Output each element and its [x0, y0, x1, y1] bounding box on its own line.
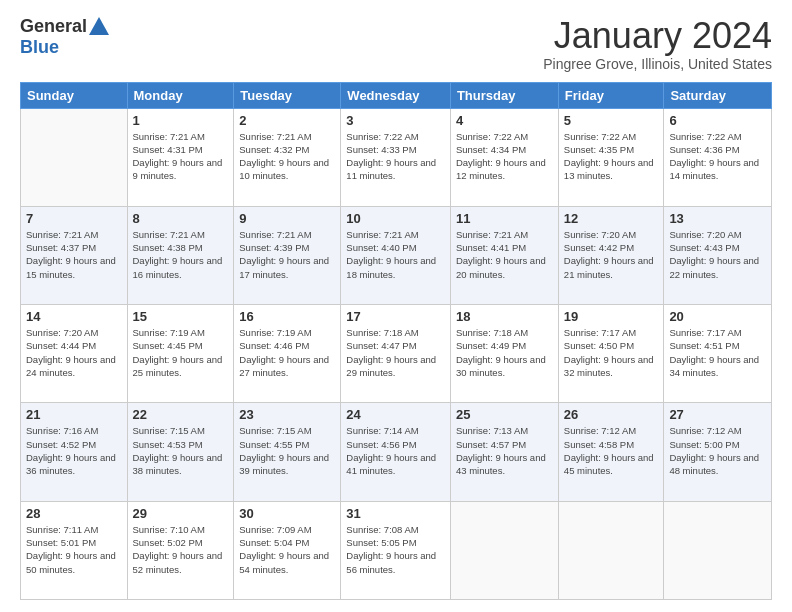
day-number: 1 — [133, 113, 229, 128]
day-number: 10 — [346, 211, 445, 226]
sunset-text: Sunset: 4:50 PM — [564, 340, 634, 351]
header-thursday: Thursday — [450, 82, 558, 108]
day-number: 14 — [26, 309, 122, 324]
sunrise-text: Sunrise: 7:22 AM — [456, 131, 528, 142]
day-info: Sunrise: 7:21 AM Sunset: 4:37 PM Dayligh… — [26, 228, 122, 281]
sunrise-text: Sunrise: 7:21 AM — [456, 229, 528, 240]
day-info: Sunrise: 7:21 AM Sunset: 4:39 PM Dayligh… — [239, 228, 335, 281]
sunset-text: Sunset: 4:41 PM — [456, 242, 526, 253]
table-row: 20 Sunrise: 7:17 AM Sunset: 4:51 PM Dayl… — [664, 305, 772, 403]
table-row: 2 Sunrise: 7:21 AM Sunset: 4:32 PM Dayli… — [234, 108, 341, 206]
day-info: Sunrise: 7:22 AM Sunset: 4:35 PM Dayligh… — [564, 130, 659, 183]
table-row: 17 Sunrise: 7:18 AM Sunset: 4:47 PM Dayl… — [341, 305, 451, 403]
day-info: Sunrise: 7:21 AM Sunset: 4:40 PM Dayligh… — [346, 228, 445, 281]
sunrise-text: Sunrise: 7:13 AM — [456, 425, 528, 436]
day-info: Sunrise: 7:21 AM Sunset: 4:31 PM Dayligh… — [133, 130, 229, 183]
sunset-text: Sunset: 4:42 PM — [564, 242, 634, 253]
header-sunday: Sunday — [21, 82, 128, 108]
table-row: 7 Sunrise: 7:21 AM Sunset: 4:37 PM Dayli… — [21, 206, 128, 304]
table-row — [558, 501, 664, 599]
day-info: Sunrise: 7:22 AM Sunset: 4:33 PM Dayligh… — [346, 130, 445, 183]
sunrise-text: Sunrise: 7:21 AM — [239, 229, 311, 240]
table-row: 26 Sunrise: 7:12 AM Sunset: 4:58 PM Dayl… — [558, 403, 664, 501]
day-number: 20 — [669, 309, 766, 324]
table-row: 8 Sunrise: 7:21 AM Sunset: 4:38 PM Dayli… — [127, 206, 234, 304]
day-info: Sunrise: 7:21 AM Sunset: 4:41 PM Dayligh… — [456, 228, 553, 281]
day-info: Sunrise: 7:08 AM Sunset: 5:05 PM Dayligh… — [346, 523, 445, 576]
calendar-week-row: 28 Sunrise: 7:11 AM Sunset: 5:01 PM Dayl… — [21, 501, 772, 599]
sunset-text: Sunset: 4:38 PM — [133, 242, 203, 253]
sunset-text: Sunset: 4:44 PM — [26, 340, 96, 351]
table-row: 11 Sunrise: 7:21 AM Sunset: 4:41 PM Dayl… — [450, 206, 558, 304]
day-info: Sunrise: 7:20 AM Sunset: 4:42 PM Dayligh… — [564, 228, 659, 281]
logo-general: General — [20, 16, 87, 37]
sunset-text: Sunset: 4:53 PM — [133, 439, 203, 450]
day-info: Sunrise: 7:17 AM Sunset: 4:50 PM Dayligh… — [564, 326, 659, 379]
calendar-week-row: 14 Sunrise: 7:20 AM Sunset: 4:44 PM Dayl… — [21, 305, 772, 403]
sunset-text: Sunset: 4:47 PM — [346, 340, 416, 351]
page: General Blue January 2024 Pingree Grove,… — [0, 0, 792, 612]
day-info: Sunrise: 7:16 AM Sunset: 4:52 PM Dayligh… — [26, 424, 122, 477]
day-info: Sunrise: 7:12 AM Sunset: 4:58 PM Dayligh… — [564, 424, 659, 477]
daylight-text: Daylight: 9 hours and 17 minutes. — [239, 255, 329, 279]
sunrise-text: Sunrise: 7:12 AM — [564, 425, 636, 436]
sunset-text: Sunset: 4:56 PM — [346, 439, 416, 450]
daylight-text: Daylight: 9 hours and 38 minutes. — [133, 452, 223, 476]
table-row: 6 Sunrise: 7:22 AM Sunset: 4:36 PM Dayli… — [664, 108, 772, 206]
daylight-text: Daylight: 9 hours and 54 minutes. — [239, 550, 329, 574]
logo-blue: Blue — [20, 37, 59, 58]
day-info: Sunrise: 7:20 AM Sunset: 4:44 PM Dayligh… — [26, 326, 122, 379]
table-row: 28 Sunrise: 7:11 AM Sunset: 5:01 PM Dayl… — [21, 501, 128, 599]
sunrise-text: Sunrise: 7:17 AM — [669, 327, 741, 338]
sunrise-text: Sunrise: 7:10 AM — [133, 524, 205, 535]
day-info: Sunrise: 7:19 AM Sunset: 4:45 PM Dayligh… — [133, 326, 229, 379]
day-info: Sunrise: 7:15 AM Sunset: 4:53 PM Dayligh… — [133, 424, 229, 477]
header-tuesday: Tuesday — [234, 82, 341, 108]
month-title: January 2024 — [543, 16, 772, 56]
logo: General Blue — [20, 16, 109, 58]
day-number: 8 — [133, 211, 229, 226]
sunset-text: Sunset: 4:33 PM — [346, 144, 416, 155]
sunrise-text: Sunrise: 7:20 AM — [564, 229, 636, 240]
sunrise-text: Sunrise: 7:21 AM — [133, 131, 205, 142]
day-number: 22 — [133, 407, 229, 422]
table-row: 24 Sunrise: 7:14 AM Sunset: 4:56 PM Dayl… — [341, 403, 451, 501]
daylight-text: Daylight: 9 hours and 30 minutes. — [456, 354, 546, 378]
day-number: 6 — [669, 113, 766, 128]
sunset-text: Sunset: 4:43 PM — [669, 242, 739, 253]
daylight-text: Daylight: 9 hours and 34 minutes. — [669, 354, 759, 378]
calendar-table: Sunday Monday Tuesday Wednesday Thursday… — [20, 82, 772, 600]
daylight-text: Daylight: 9 hours and 41 minutes. — [346, 452, 436, 476]
sunrise-text: Sunrise: 7:15 AM — [133, 425, 205, 436]
day-info: Sunrise: 7:15 AM Sunset: 4:55 PM Dayligh… — [239, 424, 335, 477]
sunrise-text: Sunrise: 7:22 AM — [346, 131, 418, 142]
sunrise-text: Sunrise: 7:12 AM — [669, 425, 741, 436]
sunrise-text: Sunrise: 7:21 AM — [26, 229, 98, 240]
day-info: Sunrise: 7:10 AM Sunset: 5:02 PM Dayligh… — [133, 523, 229, 576]
sunrise-text: Sunrise: 7:22 AM — [564, 131, 636, 142]
daylight-text: Daylight: 9 hours and 36 minutes. — [26, 452, 116, 476]
sunset-text: Sunset: 4:31 PM — [133, 144, 203, 155]
sunset-text: Sunset: 4:32 PM — [239, 144, 309, 155]
daylight-text: Daylight: 9 hours and 48 minutes. — [669, 452, 759, 476]
day-info: Sunrise: 7:17 AM Sunset: 4:51 PM Dayligh… — [669, 326, 766, 379]
day-info: Sunrise: 7:20 AM Sunset: 4:43 PM Dayligh… — [669, 228, 766, 281]
sunset-text: Sunset: 4:34 PM — [456, 144, 526, 155]
sunset-text: Sunset: 4:52 PM — [26, 439, 96, 450]
table-row: 25 Sunrise: 7:13 AM Sunset: 4:57 PM Dayl… — [450, 403, 558, 501]
day-info: Sunrise: 7:21 AM Sunset: 4:38 PM Dayligh… — [133, 228, 229, 281]
day-info: Sunrise: 7:22 AM Sunset: 4:36 PM Dayligh… — [669, 130, 766, 183]
day-number: 2 — [239, 113, 335, 128]
daylight-text: Daylight: 9 hours and 22 minutes. — [669, 255, 759, 279]
table-row: 1 Sunrise: 7:21 AM Sunset: 4:31 PM Dayli… — [127, 108, 234, 206]
calendar-week-row: 21 Sunrise: 7:16 AM Sunset: 4:52 PM Dayl… — [21, 403, 772, 501]
table-row: 5 Sunrise: 7:22 AM Sunset: 4:35 PM Dayli… — [558, 108, 664, 206]
daylight-text: Daylight: 9 hours and 45 minutes. — [564, 452, 654, 476]
day-number: 4 — [456, 113, 553, 128]
sunrise-text: Sunrise: 7:18 AM — [346, 327, 418, 338]
table-row: 27 Sunrise: 7:12 AM Sunset: 5:00 PM Dayl… — [664, 403, 772, 501]
sunset-text: Sunset: 5:05 PM — [346, 537, 416, 548]
sunset-text: Sunset: 5:04 PM — [239, 537, 309, 548]
day-info: Sunrise: 7:11 AM Sunset: 5:01 PM Dayligh… — [26, 523, 122, 576]
day-number: 25 — [456, 407, 553, 422]
